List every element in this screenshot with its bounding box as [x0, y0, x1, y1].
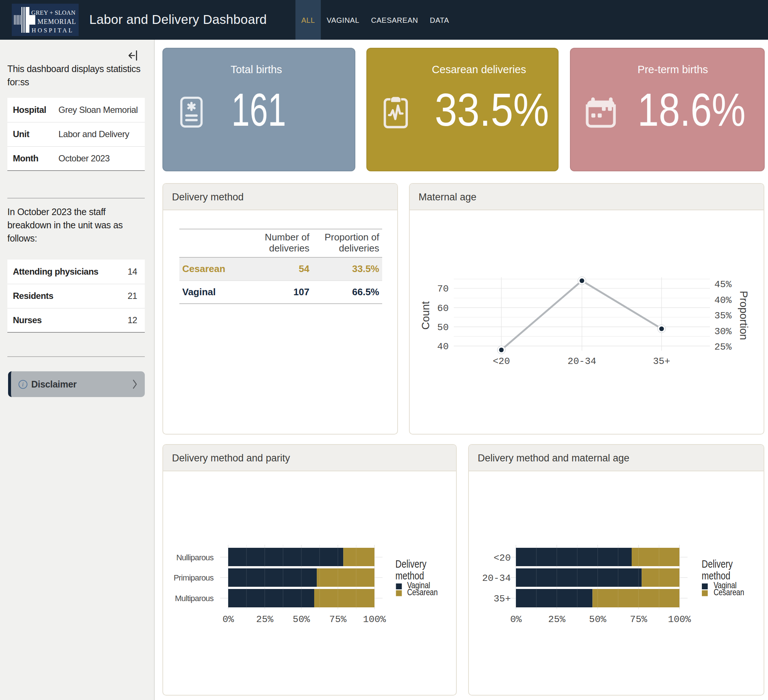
svg-text:HOSPITAL: HOSPITAL	[32, 27, 74, 34]
svg-text:Cesarean: Cesarean	[714, 587, 744, 597]
svg-text:Cesarean: Cesarean	[407, 587, 438, 597]
svg-text:0%: 0%	[510, 614, 522, 625]
svg-text:MEMORIAL: MEMORIAL	[37, 18, 76, 26]
svg-text:Count: Count	[420, 301, 431, 329]
svg-text:Proportion: Proportion	[738, 291, 750, 340]
svg-text:GREY + SLOAN: GREY + SLOAN	[31, 9, 75, 16]
svg-text:100%: 100%	[363, 614, 386, 625]
svg-text:25%: 25%	[548, 614, 566, 625]
svg-text:100%: 100%	[668, 614, 691, 625]
svg-text:0%: 0%	[222, 614, 234, 625]
svg-text:30%: 30%	[714, 326, 732, 337]
svg-text:50%: 50%	[589, 614, 606, 625]
svg-text:i: i	[22, 381, 24, 388]
svg-text:<20: <20	[493, 553, 511, 564]
svg-text:Delivery: Delivery	[702, 558, 733, 570]
svg-text:20-34: 20-34	[482, 573, 511, 584]
svg-text:Primiparous: Primiparous	[173, 573, 213, 582]
svg-text:25%: 25%	[714, 341, 732, 352]
svg-text:20-34: 20-34	[568, 356, 597, 367]
svg-text:Multiparous: Multiparous	[175, 594, 214, 603]
svg-text:45%: 45%	[714, 279, 732, 290]
svg-text:Delivery: Delivery	[395, 558, 427, 570]
svg-text:25%: 25%	[256, 614, 274, 625]
svg-text:35%: 35%	[714, 310, 732, 321]
svg-text:<20: <20	[493, 356, 510, 367]
svg-text:40: 40	[437, 341, 449, 352]
svg-text:35+: 35+	[493, 593, 511, 604]
svg-text:70: 70	[437, 284, 449, 295]
svg-text:50: 50	[437, 322, 449, 333]
svg-text:40%: 40%	[714, 295, 732, 306]
svg-text:35+: 35+	[653, 356, 670, 367]
svg-text:60: 60	[437, 303, 449, 314]
svg-text:Nulliparous: Nulliparous	[176, 553, 214, 562]
svg-text:50%: 50%	[293, 614, 310, 625]
svg-text:75%: 75%	[630, 614, 647, 625]
svg-text:75%: 75%	[329, 614, 347, 625]
